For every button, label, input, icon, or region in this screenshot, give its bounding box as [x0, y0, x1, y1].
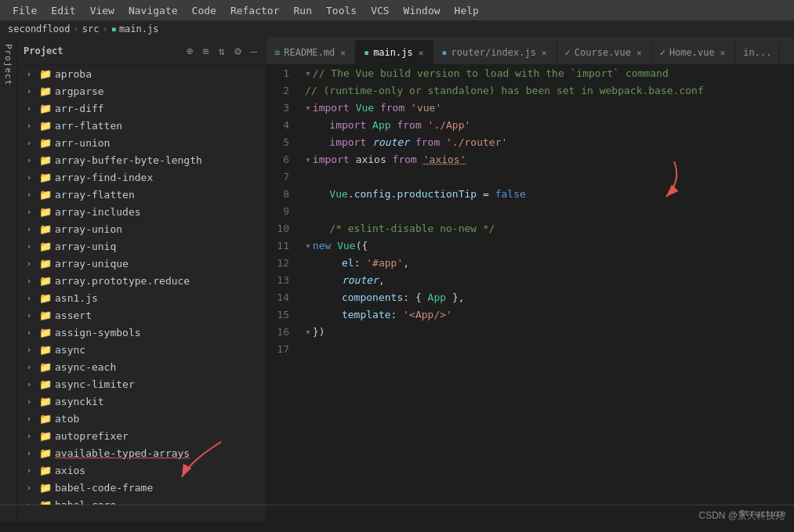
tree-item-assert[interactable]: › 📁 assert [17, 306, 266, 324]
tree-item-array-includes[interactable]: › 📁 array-includes [17, 203, 266, 220]
line-num-5: 5 [266, 134, 302, 151]
code-line-6: 6 ▾import axios from 'axios' [266, 151, 794, 168]
code-line-17: 17 [266, 341, 794, 358]
tree-item-aproba[interactable]: › 📁 aproba [17, 65, 266, 82]
code-line-11: 11 ▾new Vue({ [266, 237, 794, 255]
tree-item-async-limiter[interactable]: › 📁 async-limiter [17, 375, 266, 393]
line-content-11: ▾new Vue({ [302, 237, 794, 255]
code-line-5: 5 import router from './router' [266, 134, 794, 151]
menu-file[interactable]: File [6, 3, 43, 18]
folder-icon: 📁 [39, 68, 52, 80]
line-content-3: ▾import Vue from 'vue' [302, 100, 794, 117]
line-content-10: /* eslint-disable no-new */ [302, 220, 794, 237]
code-line-16: 16 ▾}) [266, 324, 794, 341]
tab-label-course: Course.vue [575, 47, 631, 58]
tab-main[interactable]: ▪ main.js ✕ [356, 40, 433, 64]
tree-item-async-each[interactable]: › 📁 async-each [17, 358, 266, 375]
bottom-tree [17, 505, 266, 522]
tab-home[interactable]: ✓ Home.vue ✕ [652, 40, 736, 64]
tab-close-main[interactable]: ✕ [417, 47, 426, 59]
watermark: CSDN @景天科技苑 [698, 509, 785, 523]
tree-item-array-flatten[interactable]: › 📁 array-flatten [17, 186, 266, 203]
code-line-9: 9 [266, 203, 794, 220]
tree-item-asn1[interactable]: › 📁 asn1.js [17, 289, 266, 306]
line-num-16: 16 [266, 324, 302, 341]
tabs-bar: ≡ README.md ✕ ▪ main.js ✕ ▪ router/index… [266, 38, 794, 65]
tree-item-array-buffer[interactable]: › 📁 array-buffer-byte-length [17, 151, 266, 168]
editor-content[interactable]: 1 ▾// The Vue build version to load with… [266, 65, 794, 505]
line-content-7 [302, 168, 794, 186]
tree-item-available-typed-arrays[interactable]: › 📁 available-typed-arrays [17, 444, 266, 461]
tab-close-router[interactable]: ✕ [540, 47, 549, 59]
breadcrumb-src[interactable]: src [82, 24, 100, 34]
tab-in[interactable]: in... [735, 40, 780, 64]
tab-close-readme[interactable]: ✕ [339, 47, 347, 59]
tree-item-async[interactable]: › 📁 async [17, 341, 266, 358]
tree-item-arr-diff[interactable]: › 📁 arr-diff [17, 100, 266, 117]
tab-label-in: in... [743, 47, 771, 58]
menu-window[interactable]: Window [397, 3, 447, 18]
tree-settings-btn[interactable]: ⚙ [232, 43, 243, 59]
tree-item-array-union[interactable]: › 📁 array-union [17, 220, 266, 237]
tab-readme[interactable]: ≡ README.md ✕ [266, 40, 356, 64]
breadcrumb-file[interactable]: ▪ main.js [111, 24, 159, 34]
code-line-7: 7 [266, 168, 794, 186]
tree-list-btn[interactable]: ≡ [200, 43, 211, 59]
code-line-1: 1 ▾// The Vue build version to load with… [266, 65, 794, 82]
tree-item-asynckit[interactable]: › 📁 asynckit [17, 393, 266, 410]
menu-tools[interactable]: Tools [320, 3, 363, 18]
tab-label-home: Home.vue [669, 47, 715, 58]
tree-item-atob[interactable]: › 📁 atob [17, 410, 266, 427]
code-line-14: 14 components: { App }, [266, 289, 794, 306]
tab-close-home[interactable]: ✕ [719, 47, 727, 59]
main-js-icon: ▪ [364, 47, 369, 58]
tree-item-array-uniq[interactable]: › 📁 array-uniq [17, 237, 266, 255]
line-content-9 [302, 203, 794, 220]
code-line-8: 8 Vue.config.productionTip = false [266, 186, 794, 203]
tree-item-autoprefixer[interactable]: › 📁 autoprefixer [17, 427, 266, 444]
router-icon: ▪ [441, 47, 447, 58]
tab-close-course[interactable]: ✕ [635, 47, 644, 59]
code-line-13: 13 router, [266, 272, 794, 289]
menu-help[interactable]: Help [448, 3, 485, 18]
tree-more-btn[interactable]: – [248, 43, 259, 59]
tree-item-babel-core[interactable]: › 📁 babel-core [17, 496, 266, 505]
line-num-3: 3 [266, 100, 302, 117]
course-icon: ✓ [565, 47, 571, 58]
line-num-11: 11 [266, 237, 302, 255]
tree-item-arr-union[interactable]: › 📁 arr-union [17, 134, 266, 151]
menu-view[interactable]: View [84, 3, 121, 18]
tree-item-axios[interactable]: › 📁 axios [17, 461, 266, 479]
breadcrumb-project[interactable]: secondflood [8, 24, 70, 34]
code-line-3: 3 ▾import Vue from 'vue' [266, 100, 794, 117]
tree-item-babel-code-frame[interactable]: › 📁 babel-code-frame [17, 479, 266, 496]
tree-item-array-unique[interactable]: › 📁 array-unique [17, 255, 266, 272]
tree-collapse-btn[interactable]: ⇅ [216, 43, 227, 59]
tab-router[interactable]: ▪ router/index.js ✕ [433, 40, 557, 64]
tab-label-main: main.js [373, 47, 413, 58]
tab-course[interactable]: ✓ Course.vue ✕ [557, 40, 652, 64]
menu-refactor[interactable]: Refactor [224, 3, 286, 18]
tree-item-array-find-index[interactable]: › 📁 array-find-index [17, 168, 266, 186]
tree-item-arr-flatten[interactable]: › 📁 arr-flatten [17, 117, 266, 134]
line-num-1: 1 [266, 65, 302, 82]
file-icon: ▪ [111, 24, 117, 34]
line-content-1: ▾// The Vue build version to load with t… [302, 65, 794, 82]
line-num-2: 2 [266, 82, 302, 100]
file-tree-content[interactable]: › 📁 aproba › 📁 argparse › 📁 arr-diff › 📁… [17, 65, 266, 505]
code-line-12: 12 el: '#app', [266, 255, 794, 272]
tab-label-router: router/index.js [451, 47, 536, 58]
line-content-4: import App from './App' [302, 117, 794, 134]
tree-item-assign-symbols[interactable]: › 📁 assign-symbols [17, 324, 266, 341]
tree-item-array-prototype-reduce[interactable]: › 📁 array.prototype.reduce [17, 272, 266, 289]
menu-vcs[interactable]: VCS [364, 3, 395, 18]
menu-navigate[interactable]: Navigate [122, 3, 184, 18]
line-content-8: Vue.config.productionTip = false [302, 186, 794, 203]
tree-add-btn[interactable]: ⊕ [184, 43, 195, 59]
menu-run[interactable]: Run [288, 3, 318, 18]
line-content-6: ▾import axios from 'axios' [302, 151, 794, 168]
file-tree-panel: Project ⊕ ≡ ⇅ ⚙ – › 📁 aproba › 📁 argpars… [17, 38, 266, 505]
menu-code[interactable]: Code [186, 3, 223, 18]
tree-item-argparse[interactable]: › 📁 argparse [17, 82, 266, 100]
menu-edit[interactable]: Edit [45, 3, 82, 18]
